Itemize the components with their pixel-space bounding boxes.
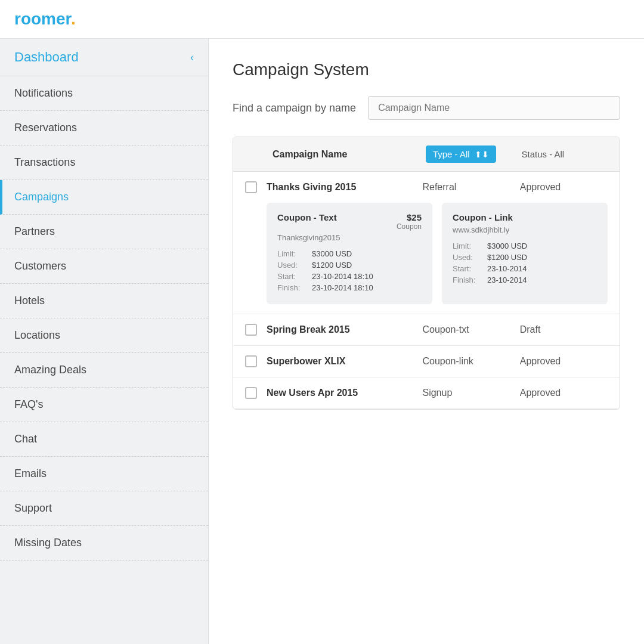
row-main-row4: New Users Apr 2015SignupApproved <box>233 377 620 408</box>
coupon-amount-type: Coupon <box>397 222 422 231</box>
coupon-amount-row1-0: $25Coupon <box>397 212 422 231</box>
coupon-header-row1-0: Coupon - Text$25Coupon <box>277 212 422 231</box>
sidebar-title: Dashboard <box>14 49 79 65</box>
sidebar-item-amazing-deals[interactable]: Amazing Deals <box>0 353 208 388</box>
coupon-detail: Limit:$3000 USD <box>453 242 597 250</box>
sidebar-item-missing-dates[interactable]: Missing Dates <box>0 526 208 561</box>
logo-name: roomer <box>14 10 71 28</box>
status-filter-label: Status - All <box>521 149 608 159</box>
row-checkbox-row2[interactable] <box>245 324 257 336</box>
coupon-detail-label: Finish: <box>453 275 482 284</box>
row-main-row1: Thanks Giving 2015ReferralApproved <box>233 172 620 203</box>
campaign-table: Campaign Name Type - All ⬆⬇ Status - All… <box>233 137 620 410</box>
coupon-detail: Start:23-10-2014 18:10 <box>277 272 422 281</box>
row-type-row1: Referral <box>422 182 510 193</box>
coupon-amount-value: $25 <box>397 212 422 222</box>
type-filter[interactable]: Type - All ⬆⬇ <box>426 145 512 163</box>
row-checkbox-row4[interactable] <box>245 387 257 399</box>
type-select-arrow: ⬆⬇ <box>475 150 489 159</box>
search-label: Find a campaign by name <box>233 102 356 114</box>
coupon-detail: Used:$1200 USD <box>277 261 422 270</box>
coupon-detail: Limit:$3000 USD <box>277 249 422 258</box>
coupon-detail: Start:23-10-2014 <box>453 264 597 273</box>
table-row: Spring Break 2015Coupon-txtDraft <box>233 314 620 346</box>
coupon-detail-value: $3000 USD <box>487 242 527 250</box>
sidebar-nav: NotificationsReservationsTransactionsCam… <box>0 76 208 561</box>
coupon-title-row1-1: Coupon - Link <box>453 212 513 223</box>
coupon-detail-value: $1200 USD <box>487 253 527 262</box>
search-input[interactable] <box>368 96 620 120</box>
coupon-subtitle: www.sdkdjhbit.ly <box>453 225 597 234</box>
row-name-row2: Spring Break 2015 <box>267 324 413 335</box>
row-main-row3: Superbower XLIXCoupon-linkApproved <box>233 346 620 377</box>
row-status-row4: Approved <box>520 388 608 398</box>
row-status-row2: Draft <box>520 324 608 335</box>
coupon-subtitle: Thanksgiving2015 <box>277 233 422 242</box>
sidebar-item-campaigns[interactable]: Campaigns <box>0 180 208 215</box>
sidebar-item-partners[interactable]: Partners <box>0 215 208 249</box>
coupon-detail: Finish:23-10-2014 18:10 <box>277 283 422 292</box>
row-status-row1: Approved <box>520 182 608 193</box>
row-checkbox-row3[interactable] <box>245 355 257 367</box>
header: roomer. <box>0 0 644 39</box>
table-header: Campaign Name Type - All ⬆⬇ Status - All <box>233 137 620 172</box>
coupon-detail-value: $1200 USD <box>312 261 352 270</box>
sidebar-item-chat[interactable]: Chat <box>0 422 208 457</box>
sidebar-header: Dashboard ‹ <box>0 39 208 76</box>
sidebar-item-hotels[interactable]: Hotels <box>0 284 208 318</box>
coupon-detail-label: Used: <box>453 253 482 262</box>
row-type-row3: Coupon-link <box>422 356 510 367</box>
coupon-detail-value: 23-10-2014 <box>487 275 527 284</box>
table-row: Thanks Giving 2015ReferralApprovedCoupon… <box>233 172 620 314</box>
search-row: Find a campaign by name <box>233 96 620 120</box>
coupon-card-row1-0: Coupon - Text$25CouponThanksgiving2015Li… <box>267 203 432 304</box>
coupon-title-text: Coupon - Text <box>277 212 337 222</box>
main-layout: Dashboard ‹ NotificationsReservationsTra… <box>0 39 644 644</box>
sidebar-item-reservations[interactable]: Reservations <box>0 111 208 145</box>
coupon-title-row1-0: Coupon - Text <box>277 212 337 223</box>
row-type-row4: Signup <box>422 388 510 398</box>
sidebar-item-locations[interactable]: Locations <box>0 318 208 353</box>
coupon-detail-value: $3000 USD <box>312 249 352 258</box>
coupon-detail: Used:$1200 USD <box>453 253 597 262</box>
coupon-card-row1-1: Coupon - Linkwww.sdkdjhbit.lyLimit:$3000… <box>442 203 608 304</box>
coupon-header-row1-1: Coupon - Link <box>453 212 597 223</box>
row-main-row2: Spring Break 2015Coupon-txtDraft <box>233 314 620 345</box>
coupon-detail-value: 23-10-2014 <box>487 264 527 273</box>
sidebar: Dashboard ‹ NotificationsReservationsTra… <box>0 39 209 644</box>
content-area: Campaign System Find a campaign by name … <box>209 39 644 644</box>
table-row: New Users Apr 2015SignupApproved <box>233 377 620 409</box>
sidebar-item-customers[interactable]: Customers <box>0 249 208 284</box>
coupon-cards-row1: Coupon - Text$25CouponThanksgiving2015Li… <box>233 203 620 314</box>
coupon-detail-value: 23-10-2014 18:10 <box>312 272 373 281</box>
coupon-detail-label: Start: <box>453 264 482 273</box>
sidebar-item-faqs[interactable]: FAQ's <box>0 388 208 422</box>
page-title: Campaign System <box>233 60 620 79</box>
row-name-row4: New Users Apr 2015 <box>267 388 413 398</box>
coupon-detail-label: Limit: <box>453 242 482 250</box>
sidebar-item-emails[interactable]: Emails <box>0 457 208 491</box>
coupon-detail-label: Limit: <box>277 249 307 258</box>
row-checkbox-row1[interactable] <box>245 181 257 193</box>
table-rows: Thanks Giving 2015ReferralApprovedCoupon… <box>233 172 620 409</box>
logo: roomer. <box>14 10 76 29</box>
coupon-detail-label: Used: <box>277 261 307 270</box>
coupon-detail-value: 23-10-2014 18:10 <box>312 283 373 292</box>
sidebar-item-transactions[interactable]: Transactions <box>0 145 208 180</box>
type-select-button[interactable]: Type - All ⬆⬇ <box>426 145 496 163</box>
type-select-label: Type - All <box>433 149 470 159</box>
row-status-row3: Approved <box>520 356 608 367</box>
coupon-detail-label: Finish: <box>277 283 307 292</box>
logo-dot: . <box>71 10 76 28</box>
row-type-row2: Coupon-txt <box>422 324 510 335</box>
row-name-row1: Thanks Giving 2015 <box>267 182 413 193</box>
table-row: Superbower XLIXCoupon-linkApproved <box>233 346 620 377</box>
col-name-header: Campaign Name <box>273 149 416 160</box>
coupon-detail-label: Start: <box>277 272 307 281</box>
coupon-detail: Finish:23-10-2014 <box>453 275 597 284</box>
coupon-title-text: Coupon - Link <box>453 212 513 222</box>
row-name-row3: Superbower XLIX <box>267 356 413 367</box>
sidebar-item-notifications[interactable]: Notifications <box>0 76 208 111</box>
sidebar-item-support[interactable]: Support <box>0 491 208 526</box>
sidebar-collapse-button[interactable]: ‹ <box>190 51 194 64</box>
